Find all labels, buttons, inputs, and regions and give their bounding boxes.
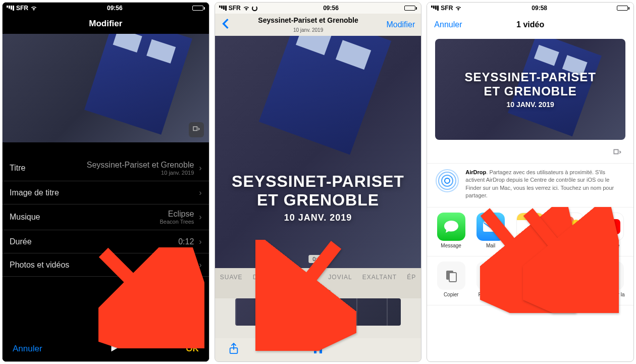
signal-icon xyxy=(219,6,227,11)
length-label: COURT xyxy=(215,286,421,298)
back-button[interactable] xyxy=(221,18,230,31)
airdrop-text: AirDrop. Partagez avec des utilisateurs … xyxy=(465,169,625,200)
edit-button[interactable]: Modifier xyxy=(386,20,415,29)
edit-memory-screen: SFR 09:56 Modifier Titre Seyssinet-Paris… xyxy=(2,2,209,362)
svg-point-6 xyxy=(442,175,453,186)
action-save-files[interactable]: Enregistrer dans Fichiers xyxy=(550,262,590,303)
wifi-icon xyxy=(243,5,250,12)
chevron-right-icon: › xyxy=(199,237,201,246)
clock: 09:58 xyxy=(532,5,547,12)
signal-icon xyxy=(7,6,14,11)
action-shortcuts[interactable]: Raccourcis xyxy=(471,262,511,303)
play-icon[interactable] xyxy=(109,342,120,355)
download-icon xyxy=(596,262,624,290)
action-save-video[interactable]: Enregistrer la vidéo xyxy=(590,262,629,303)
youtube-icon xyxy=(596,213,624,241)
action-airplay[interactable]: AirPlay xyxy=(510,262,550,303)
row-media[interactable]: Photos et vidéos 5 éléments› xyxy=(3,253,209,277)
airdrop-section[interactable]: AirDrop. Partagez avec des utilisateurs … xyxy=(427,163,633,207)
battery-icon xyxy=(617,6,629,11)
carrier: SFR xyxy=(16,5,28,12)
share-apps-row: Message Mail Notes Ajouter à Photos part… xyxy=(427,207,633,256)
row-music[interactable]: Musique EclipseBeacon Trees › xyxy=(3,204,209,230)
video-preview[interactable] xyxy=(3,34,209,142)
notes-icon xyxy=(516,213,545,241)
airplay-icon xyxy=(516,262,545,290)
svg-rect-11 xyxy=(449,273,456,282)
mood-indicator-dot xyxy=(314,276,318,279)
wifi-icon xyxy=(30,5,37,12)
row-title[interactable]: Titre Seyssinet-Pariset et Grenoble10 ja… xyxy=(3,155,209,181)
messages-icon xyxy=(437,213,465,241)
memory-hero[interactable]: SEYSSINET-PARISET ET GRENOBLE 10 JANV. 2… xyxy=(215,36,421,268)
carrier: SFR xyxy=(441,5,453,12)
folder-icon xyxy=(556,262,584,290)
app-youtube[interactable]: YouTube xyxy=(590,213,629,254)
battery-icon xyxy=(192,6,205,11)
app-mail[interactable]: Mail xyxy=(471,213,511,254)
nav-bar: Modifier xyxy=(3,14,209,34)
app-messages[interactable]: Message xyxy=(431,213,471,254)
wifi-icon xyxy=(455,5,462,12)
app-shared-photos[interactable]: Ajouter à Photos partagées xyxy=(550,213,590,254)
shortcuts-icon xyxy=(476,262,505,290)
footer-bar xyxy=(215,338,421,361)
nav-bar: Seyssinet-Pariset et Grenoble 10 janv. 2… xyxy=(215,14,421,36)
loading-spinner-icon xyxy=(252,6,257,11)
status-bar: SFR 09:56 xyxy=(215,3,421,14)
ok-button[interactable]: OK xyxy=(186,344,199,354)
rotate-icon[interactable] xyxy=(610,146,624,160)
cancel-button[interactable]: Annuler xyxy=(13,344,42,354)
row-duration[interactable]: Durée 0:12› xyxy=(3,230,209,253)
clock: 09:56 xyxy=(107,5,123,12)
share-actions-row: Copier Raccourcis AirPlay Enregistrer da… xyxy=(427,256,633,305)
status-bar: SFR 09:56 xyxy=(3,3,209,14)
svg-point-8 xyxy=(436,170,458,192)
svg-point-13 xyxy=(528,272,533,277)
memory-preview-screen: SFR 09:56 Seyssinet-Pariset et Grenoble … xyxy=(215,2,422,362)
video-thumbnail[interactable]: SEYSSINET-PARISET ET GRENOBLE 10 JANV. 2… xyxy=(435,39,625,140)
footer-bar: Annuler OK xyxy=(3,336,209,361)
app-notes[interactable]: Notes xyxy=(510,213,550,254)
status-bar: SFR 09:58 xyxy=(427,3,633,14)
svg-point-12 xyxy=(526,270,535,279)
carrier: SFR xyxy=(229,5,241,12)
pause-button[interactable] xyxy=(313,343,323,356)
copy-icon xyxy=(437,262,465,290)
nav-title: 1 vidéo xyxy=(516,20,544,29)
mood-selector[interactable]: SUAVE DÉCONTRACTÉ JOVIAL EXALTANT ÉP xyxy=(215,268,421,286)
chevron-right-icon: › xyxy=(199,164,201,173)
hero-title: SEYSSINET-PARISET ET GRENOBLE 10 JANV. 2… xyxy=(232,172,404,223)
photos-icon xyxy=(556,213,584,241)
nav-title: Seyssinet-Pariset et Grenoble 10 janv. 2… xyxy=(258,16,358,33)
chevron-right-icon: › xyxy=(199,213,201,222)
svg-rect-3 xyxy=(320,344,322,353)
settings-list: Titre Seyssinet-Pariset et Grenoble10 ja… xyxy=(3,155,209,277)
thumb-title: SEYSSINET-PARISET ET GRENOBLE 10 JANV. 2… xyxy=(464,70,596,109)
svg-rect-9 xyxy=(483,222,498,232)
clock: 09:56 xyxy=(323,5,339,12)
nav-bar: Annuler 1 vidéo xyxy=(427,14,633,36)
row-title-image[interactable]: Image de titre › xyxy=(3,181,209,204)
svg-point-5 xyxy=(445,178,450,183)
airdrop-icon xyxy=(435,169,459,193)
share-sheet-screen: SFR 09:58 Annuler 1 vidéo SEYSSINET-PARI… xyxy=(427,2,634,362)
action-copy[interactable]: Copier xyxy=(431,262,471,303)
svg-rect-14 xyxy=(605,279,615,281)
share-button[interactable] xyxy=(228,342,239,357)
duration-badge: 0:10 xyxy=(308,255,327,263)
mail-icon xyxy=(476,213,505,241)
nav-title: Modifier xyxy=(89,19,122,29)
filmstrip[interactable] xyxy=(235,298,401,326)
battery-icon xyxy=(404,6,417,11)
svg-rect-2 xyxy=(314,344,316,353)
rotate-icon[interactable] xyxy=(189,122,204,137)
signal-icon xyxy=(431,6,439,11)
cancel-button[interactable]: Annuler xyxy=(434,20,462,29)
chevron-right-icon: › xyxy=(199,188,201,197)
chevron-right-icon: › xyxy=(199,261,201,270)
